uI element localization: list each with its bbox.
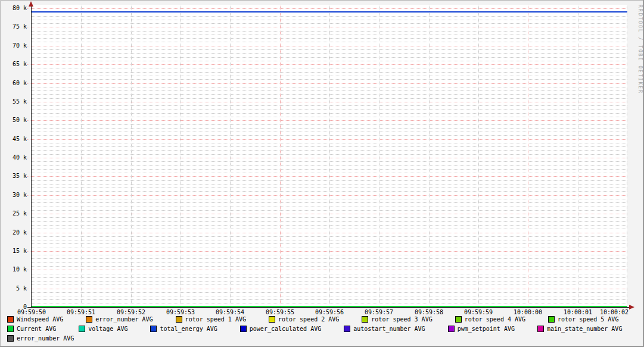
watermark: RRDTOOL / TOBI OETIKER bbox=[637, 5, 643, 94]
gridline-v-minor bbox=[627, 5, 627, 308]
frame-edge-left bbox=[0, 0, 1, 347]
gridline-v-minor bbox=[230, 5, 231, 308]
legend-item-error-number-avg: error_number AVG bbox=[7, 335, 74, 342]
gridline-v-major bbox=[280, 5, 281, 308]
legend-label: error_number AVG bbox=[17, 335, 74, 342]
legend-swatch-icon bbox=[7, 335, 14, 342]
legend-row: Current AVGvoltage AVGtotal_energy AVGpo… bbox=[7, 325, 622, 333]
legend-swatch-icon bbox=[176, 316, 182, 323]
legend-swatch-icon bbox=[7, 326, 14, 332]
legend-row: error_number AVG bbox=[7, 335, 622, 342]
legend-label: voltage AVG bbox=[88, 325, 127, 333]
legend-item-rotor-speed-1-avg: rotor speed 1 AVG bbox=[176, 315, 246, 323]
y-tick-label: 75 k bbox=[0, 23, 27, 30]
frame-edge-top bbox=[0, 0, 644, 1]
y-axis-arrow-icon bbox=[29, 1, 33, 7]
gridline-v-minor bbox=[379, 5, 379, 308]
legend-label: rotor speed 5 AVG bbox=[558, 315, 618, 323]
legend-item-windspeed-avg: Windspeed AVG bbox=[7, 315, 63, 323]
legend-item-autostart-number-avg: autostart_number AVG bbox=[344, 325, 425, 333]
legend: Windspeed AVGerror_number AVGrotor speed… bbox=[7, 315, 622, 344]
legend-swatch-icon bbox=[362, 316, 368, 323]
x-tick-label: 10:00:00 bbox=[511, 309, 545, 316]
legend-item-rotor-speed-4-avg: rotor speed 4 AVG bbox=[455, 315, 525, 323]
y-tick-label: 35 k bbox=[0, 173, 27, 180]
series-line-total-energy-avg bbox=[32, 11, 627, 12]
legend-swatch-icon bbox=[448, 326, 455, 332]
legend-item-error-number-avg: error_number AVG bbox=[86, 315, 153, 323]
legend-swatch-icon bbox=[7, 316, 14, 323]
y-tick-label: 65 k bbox=[0, 61, 27, 68]
gridline-v-minor bbox=[478, 5, 479, 308]
y-tick-label: 80 k bbox=[0, 5, 27, 12]
y-tick-label: 25 k bbox=[0, 210, 27, 217]
legend-item-power-calculated-avg: power_calculated AVG bbox=[240, 325, 321, 333]
legend-swatch-icon bbox=[455, 316, 462, 323]
y-tick-label: 55 k bbox=[0, 98, 27, 105]
x-tick-label: 10:00:01 bbox=[561, 309, 595, 316]
legend-label: Windspeed AVG bbox=[17, 315, 63, 323]
legend-swatch-icon bbox=[86, 316, 92, 323]
legend-label: pwm_setpoint AVG bbox=[458, 325, 515, 333]
legend-label: autostart_number AVG bbox=[353, 325, 425, 333]
legend-label: Current AVG bbox=[17, 325, 56, 333]
x-tick-label: 09:59:54 bbox=[213, 309, 247, 316]
x-tick-label: 09:59:57 bbox=[362, 309, 396, 316]
legend-swatch-icon bbox=[269, 316, 275, 323]
legend-item-main-state-number-avg: main_state_number AVG bbox=[537, 325, 622, 333]
legend-label: rotor speed 1 AVG bbox=[185, 315, 246, 323]
legend-swatch-icon bbox=[150, 326, 157, 332]
gridline-v-minor bbox=[329, 5, 330, 308]
legend-swatch-icon bbox=[79, 326, 85, 332]
gridline-v-minor bbox=[429, 5, 430, 308]
legend-swatch-icon bbox=[344, 326, 350, 332]
y-tick-label: 20 k bbox=[0, 229, 27, 236]
gridline-v-minor bbox=[578, 5, 578, 308]
gridline-v-minor bbox=[181, 5, 181, 308]
gridline-v-minor bbox=[131, 5, 132, 308]
x-axis-arrow-icon bbox=[629, 305, 634, 310]
x-axis-line bbox=[27, 307, 630, 308]
legend-swatch-icon bbox=[537, 326, 544, 332]
x-tick-label: 10:00:02 bbox=[598, 309, 631, 316]
y-tick-label: 40 k bbox=[0, 154, 27, 161]
x-tick-label: 09:59:52 bbox=[114, 309, 148, 316]
x-tick-label: 09:59:55 bbox=[263, 309, 297, 316]
y-tick-label: 45 k bbox=[0, 136, 27, 143]
y-tick-label: 50 k bbox=[0, 117, 27, 124]
legend-label: rotor speed 3 AVG bbox=[371, 315, 432, 323]
x-tick-label: 09:59:58 bbox=[412, 309, 446, 316]
legend-swatch-icon bbox=[548, 316, 555, 323]
y-tick-label: 10 k bbox=[0, 266, 27, 273]
x-tick-label: 09:59:51 bbox=[64, 309, 98, 316]
legend-item-rotor-speed-2-avg: rotor speed 2 AVG bbox=[269, 315, 339, 323]
legend-label: error_number AVG bbox=[95, 315, 153, 323]
x-tick-label: 09:59:53 bbox=[164, 309, 197, 316]
legend-label: main_state_number AVG bbox=[547, 325, 622, 333]
legend-swatch-icon bbox=[240, 326, 247, 332]
y-axis-line bbox=[31, 5, 32, 308]
gridline-v-major bbox=[528, 5, 528, 308]
legend-item-voltage-avg: voltage AVG bbox=[79, 325, 127, 333]
legend-item-pwm-setpoint-avg: pwm_setpoint AVG bbox=[448, 325, 515, 333]
y-tick-label: 15 k bbox=[0, 248, 27, 255]
rrdtool-graph: RRDTOOL / TOBI OETIKER Windspeed AVGerro… bbox=[0, 0, 644, 347]
gridline-v-minor bbox=[81, 5, 82, 308]
legend-row: Windspeed AVGerror_number AVGrotor speed… bbox=[7, 315, 622, 323]
legend-label: total_energy AVG bbox=[160, 325, 217, 333]
y-tick-label: 70 k bbox=[0, 42, 27, 49]
legend-item-rotor-speed-5-avg: rotor speed 5 AVG bbox=[548, 315, 618, 323]
legend-item-rotor-speed-3-avg: rotor speed 3 AVG bbox=[362, 315, 432, 323]
x-tick-label: 09:59:50 bbox=[15, 309, 48, 316]
y-tick-label: 5 k bbox=[0, 285, 27, 292]
legend-label: rotor speed 2 AVG bbox=[278, 315, 339, 323]
x-tick-label: 09:59:59 bbox=[462, 309, 495, 316]
plot-canvas bbox=[32, 5, 627, 308]
x-tick-label: 09:59:56 bbox=[313, 309, 346, 316]
legend-item-current-avg: Current AVG bbox=[7, 325, 56, 333]
legend-label: power_calculated AVG bbox=[250, 325, 321, 333]
legend-label: rotor speed 4 AVG bbox=[465, 315, 525, 323]
y-tick-label: 30 k bbox=[0, 192, 27, 199]
y-tick-label: 60 k bbox=[0, 80, 27, 87]
legend-item-total-energy-avg: total_energy AVG bbox=[150, 325, 217, 333]
